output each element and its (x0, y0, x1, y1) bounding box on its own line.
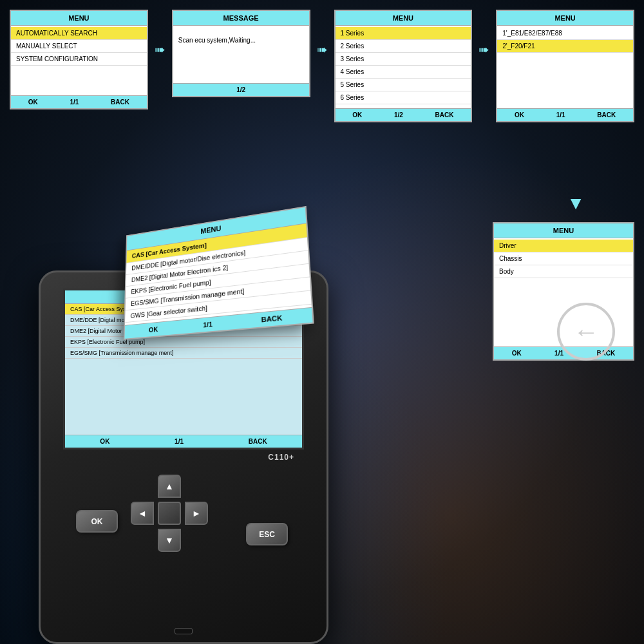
panel1-footer: OK 1/1 BACK (11, 95, 147, 108)
ok-button[interactable]: OK (76, 510, 118, 533)
panel4-item-1[interactable]: 1'_E81/E82/E87/E88 (497, 27, 633, 40)
panel3-item-2[interactable]: 2 Series (336, 40, 471, 53)
big-menu-ok[interactable]: OK (149, 325, 158, 333)
top-panels-row: MENU AUTOMATICALLY SEARCH MANUALLY SELEC… (10, 10, 634, 122)
back-arrow-circle[interactable]: ← (557, 303, 615, 361)
panel1-header: MENU (11, 11, 147, 26)
panel2-header: MESSAGE (173, 11, 309, 26)
panel1-item-2[interactable]: MANUALLY SELECT (11, 40, 147, 53)
panel3-item-6[interactable]: 6 Series (336, 91, 471, 104)
panel4-back[interactable]: BACK (597, 111, 616, 118)
panel4-body: 1'_E81/E82/E87/E88 2'_F20/F21 (497, 26, 633, 106)
panel3-item-4[interactable]: 4 Series (336, 66, 471, 79)
panel-menu-1: MENU AUTOMATICALLY SEARCH MANUALLY SELEC… (10, 10, 148, 109)
panel5-ok[interactable]: OK (512, 350, 522, 357)
panel-message: MESSAGE Scan ecu system,Waiting... 1/2 (172, 10, 310, 97)
device-screen-footer: OK 1/1 BACK (65, 435, 302, 448)
panel3-item-1[interactable]: 1 Series (336, 27, 471, 40)
device-screen-item-4: EKPS [Electronic Fuel pump] (65, 337, 302, 348)
dpad-down[interactable]: ▼ (158, 529, 181, 552)
panel2-message: Scan ecu system,Waiting... (173, 27, 309, 53)
panel3-body: 1 Series 2 Series 3 Series 4 Series 5 Se… (336, 26, 471, 106)
panel5-header: MENU (494, 223, 633, 238)
device-screen-item-5: EGS/SMG [Transmission manage ment] (65, 348, 302, 359)
panel4-page: 1/1 (556, 111, 565, 118)
panel2-body: Scan ecu system,Waiting... (173, 26, 309, 80)
panel1-page: 1/1 (70, 99, 79, 106)
panel1-item-3[interactable]: SYSTEM CONFIGURATION (11, 53, 147, 66)
esc-button[interactable]: ESC (246, 523, 288, 545)
panel3-item-5[interactable]: 5 Series (336, 79, 471, 91)
usb-port (175, 628, 193, 634)
panel2-footer: 1/2 (173, 83, 309, 96)
arrow-down: ▼ (567, 193, 585, 214)
panel5-item-2[interactable]: Chassis (494, 252, 633, 265)
panel5-item-3[interactable]: Body (494, 265, 633, 278)
panel3-ok[interactable]: OK (352, 111, 362, 118)
panel3-header: MENU (336, 11, 471, 26)
dpad-right[interactable]: ► (185, 502, 208, 525)
panel3-back[interactable]: BACK (435, 111, 454, 118)
dpad-up[interactable]: ▲ (158, 475, 181, 498)
device-model-label: C110+ (268, 453, 294, 462)
dpad-left[interactable]: ◄ (131, 502, 154, 525)
big-menu-page: 1/1 (203, 321, 213, 329)
panel2-page: 1/2 (236, 86, 245, 93)
panel-menu-3: MENU 1 Series 2 Series 3 Series 4 Series… (334, 10, 473, 122)
panel1-ok[interactable]: OK (28, 99, 38, 106)
big-menu-back[interactable]: BACK (261, 314, 282, 323)
device-ok-label: OK (100, 438, 109, 445)
panel1-item-1[interactable]: AUTOMATICALLY SEARCH (11, 27, 147, 40)
panel4-item-2[interactable]: 2'_F20/F21 (497, 40, 633, 53)
panel4-footer: OK 1/1 BACK (497, 108, 633, 121)
dpad: ▲ ◄ ► ▼ (131, 475, 208, 552)
device-page-label: 1/1 (175, 438, 184, 445)
panel5-page: 1/1 (554, 350, 564, 357)
panel5-item-1[interactable]: Driver (494, 240, 633, 252)
panel3-item-3[interactable]: 3 Series (336, 53, 471, 66)
device-back-label: BACK (249, 438, 267, 445)
panel3-page: 1/2 (394, 111, 403, 118)
panel3-footer: OK 1/2 BACK (336, 108, 471, 121)
arrow-right-2: ➠ (316, 42, 329, 57)
panel-menu-4: MENU 1'_E81/E82/E87/E88 2'_F20/F21 OK 1/… (496, 10, 634, 122)
arrow-right-1: ➠ (153, 42, 167, 57)
arrow-right-3: ➠ (477, 42, 491, 57)
dpad-center (158, 502, 181, 525)
panel4-header: MENU (497, 11, 633, 26)
panel4-ok[interactable]: OK (515, 111, 524, 118)
panel1-back[interactable]: BACK (111, 99, 129, 106)
panel1-body: AUTOMATICALLY SEARCH MANUALLY SELECT SYS… (11, 26, 147, 93)
